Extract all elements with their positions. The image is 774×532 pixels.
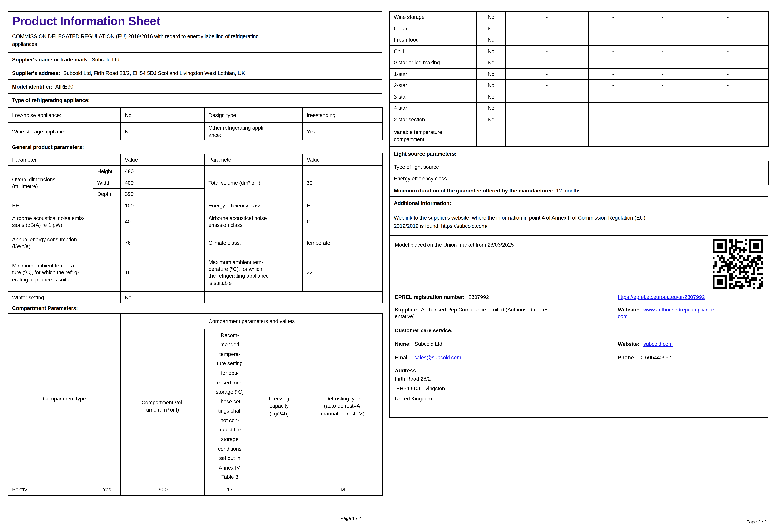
table-row: Minimum ambient tempera- ture (ºC), for … (8, 253, 382, 292)
name-label: Name: (395, 341, 411, 347)
product-information-sheet: Product Information Sheet COMMISSION DEL… (0, 0, 774, 532)
status-cell: No (477, 114, 505, 125)
general-heading: General product parameters: (8, 140, 382, 154)
dash-cell: - (638, 23, 687, 34)
dash-cell: - (505, 125, 589, 146)
value-cell: No (121, 292, 204, 303)
address-lines: Firth Road 28/2 EH54 5DJ Livingston Unit… (395, 374, 759, 403)
dash-cell: - (589, 102, 638, 114)
table-header-row: Parameter Value Parameter Value (8, 154, 382, 166)
volume-cell: 30,0 (121, 484, 204, 495)
eprel-number: 2307992 (468, 294, 489, 300)
param-cell: Other refrigerating appli- ance: (204, 123, 303, 140)
status-cell: No (477, 91, 505, 102)
supplier-address-label: Supplier's address: (12, 70, 60, 77)
value-cell: Yes (303, 123, 382, 140)
temperature-header-cell: Recom- mended tempera- ture setting for … (204, 329, 255, 484)
group-header-cell: Compartment parameters and values (121, 313, 382, 329)
freezing-header-cell: Freezing capacity (kg/24h) (255, 329, 303, 484)
dash-cell: - (589, 91, 638, 102)
dash-cell: - (638, 34, 687, 46)
compartments-status-table: Wine storage No - - - - Cellar No - - - … (389, 11, 769, 147)
dash-cell: - (589, 11, 638, 23)
table-row: 2-star No - - - - (390, 80, 769, 91)
dash-cell: - (505, 11, 589, 23)
supplier-row: Supplier: Authorised Rep Compliance Limi… (395, 306, 763, 320)
value-cell: No (121, 123, 204, 140)
dimensions-label-cell: Overal dimensions (millimetre) (8, 166, 93, 200)
weblink-url: https://subcold.com/ (441, 223, 487, 229)
model-identifier-row: Model identifier: AIRE30 (8, 79, 382, 94)
care-website-link[interactable]: subcold.com (643, 341, 673, 347)
table-row: 0-star or ice-making No - - - - (390, 57, 769, 68)
table-row: Airborne acoustical noise emis- sions (d… (8, 211, 382, 232)
dash-cell: - (589, 23, 638, 34)
param-cell: Low-noise appliance: (8, 107, 121, 123)
table-row: Winter setting No (8, 292, 382, 303)
page-2: Wine storage No - - - - Cellar No - - - … (389, 11, 768, 418)
email-link[interactable]: sales@subcold.com (414, 355, 461, 360)
header-cell: Parameter (204, 154, 303, 166)
regulation-subtitle: COMMISSION DELEGATED REGULATION (EU) 201… (12, 33, 378, 48)
dash-cell: - (505, 34, 589, 46)
value-cell: No (121, 107, 204, 123)
guarantee-label: Minimum duration of the guarantee offere… (394, 187, 554, 194)
eprel-link[interactable]: https://eprel.ec.europa.eu/qr/2307992 (618, 294, 705, 300)
table-row: Wine storage No - - - - (390, 11, 769, 23)
param-cell: Airborne acoustical noise emission class (204, 211, 303, 232)
value-cell: C (303, 211, 382, 232)
dash-cell: - (687, 114, 769, 125)
dash-cell: - (638, 11, 687, 23)
email-label: Email: (395, 355, 410, 360)
phone-value: 01506440557 (639, 355, 671, 360)
table-row: Variable temperature compartment - - - -… (390, 125, 769, 146)
compartment-label-cell: Fresh food (390, 34, 477, 46)
value-cell: - (589, 161, 769, 173)
phone-label: Phone: (618, 355, 635, 360)
page-1-footer: Page 1 / 2 (8, 516, 382, 522)
model-identifier-label: Model identifier: (12, 83, 52, 90)
compartment-type-header: Compartment type (8, 313, 121, 484)
eprel-row: EPREL registration number: 2307992 https… (395, 294, 763, 300)
value-cell: 76 (121, 232, 204, 253)
dash-cell: - (687, 11, 769, 23)
dash-cell: - (687, 34, 769, 46)
weblink-row: Weblink to the supplier's website, where… (389, 210, 768, 235)
dim-value-cell: 480 (121, 166, 204, 177)
value-cell: 16 (121, 253, 204, 292)
dim-key-cell: Height (93, 166, 121, 177)
param-cell: Climate class: (204, 232, 303, 253)
value-cell: 32 (303, 253, 382, 292)
dash-cell: - (589, 45, 638, 57)
light-source-heading: Light source parameters: (389, 146, 768, 162)
dash-cell: - (589, 34, 638, 46)
table-row: 2-star section No - - - - (390, 114, 769, 125)
table-row: Type of light source - (390, 161, 769, 173)
header-cell: Value (121, 154, 204, 166)
compartment-heading: Compartment Parameters: (8, 303, 382, 314)
status-cell: No (477, 68, 505, 80)
customer-care-heading-row: Customer care service: (395, 327, 763, 334)
compartment-label-cell: 0-star or ice-making (390, 57, 477, 68)
qr-code (713, 239, 763, 289)
dash-cell: - (687, 80, 769, 91)
status-cell: No (477, 80, 505, 91)
address-label: Address: (395, 367, 417, 373)
registration-info-box: Model placed on the Union market from 23… (389, 235, 768, 418)
status-cell: No (477, 45, 505, 57)
dash-cell: - (505, 80, 589, 91)
dash-cell: - (589, 114, 638, 125)
defrost-cell: M (303, 484, 382, 495)
compartment-label-cell: Cellar (390, 23, 477, 34)
status-cell: No (477, 102, 505, 114)
table-row: 1-star No - - - - (390, 68, 769, 80)
type-table: Low-noise appliance: No Design type: fre… (8, 107, 383, 140)
dash-cell: - (505, 114, 589, 125)
table-row: Wine storage appliance: No Other refrige… (8, 123, 382, 140)
compartment-label-cell: 4-star (390, 102, 477, 114)
table-row: Pantry Yes 30,0 17 - M (8, 484, 382, 495)
defrosting-header-cell: Defrosting type (auto-defrost=A, manual … (303, 329, 382, 484)
dash-cell: - (505, 68, 589, 80)
status-cell: - (477, 125, 505, 146)
compartment-label-cell: 2-star (390, 80, 477, 91)
